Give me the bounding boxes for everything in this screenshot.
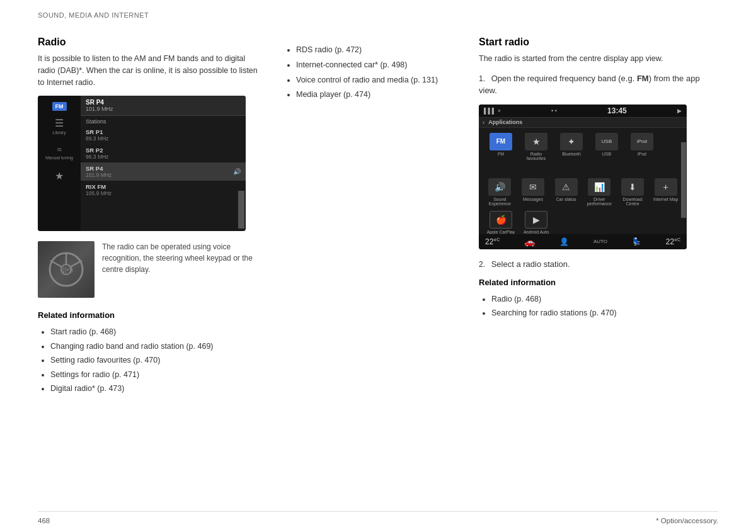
cd-sound-label: Sound Experience — [485, 197, 515, 206]
cd-driver-icon: 📊 — [588, 178, 610, 196]
start-radio-intro: The radio is started from the centre dis… — [479, 53, 718, 65]
cd-sound-icon: 🔊 — [488, 178, 511, 196]
middle-bullet-list: RDS radio (p. 472) Internet-connected ca… — [284, 43, 454, 103]
cd-icon-messages: ✉ Messages — [518, 178, 548, 206]
cd-dot: • • — [551, 108, 557, 114]
cd-person-icon: 👤 — [559, 237, 569, 246]
cd-signal: ▌▌▌ × — [484, 108, 501, 114]
cd-fm-icon: FM — [490, 133, 512, 150]
cd-map-label: Internet Map — [653, 197, 678, 201]
related-info-right-title: Related information — [479, 278, 718, 287]
cd-barcode — [681, 142, 686, 218]
rs-station-item-srp1: SR P189.3 MHz — [81, 126, 246, 144]
cd-icon-sound: 🔊 Sound Experience — [485, 178, 515, 206]
car-display-image: ▌▌▌ × • • 13:45 ▶ ‹ Applications FM FM ★… — [479, 105, 687, 249]
rs-current-station: SR P4 101.9 MHz — [81, 96, 246, 116]
cd-messages-icon: ✉ — [522, 178, 544, 196]
rs-main-panel: SR P4 101.9 MHz Stations SR P189.3 MHz S… — [81, 96, 246, 231]
cd-play-icon: ▶ — [677, 108, 682, 114]
cd-fm-label: FM — [498, 152, 504, 156]
start-radio-section: Start radio The radio is started from th… — [466, 37, 718, 396]
cd-map-icon: + — [655, 178, 677, 196]
list-item: Settings for radio (p. 471) — [50, 368, 258, 382]
cd-radio-fav-icon: ★ — [525, 133, 547, 150]
rs-station-item-srp2: SR P296.3 MHz — [81, 144, 246, 162]
fm-bold: FM — [637, 74, 649, 83]
related-info-left-title: Related information — [38, 310, 258, 320]
rs-barcode — [238, 191, 244, 229]
list-item: Internet-connected car* (p. 498) — [296, 58, 454, 73]
rs-volume-icon: 🔊 — [233, 168, 241, 175]
cd-ipod-label: iPod — [638, 152, 646, 156]
rs-tuning-icon: ≈ Manual tuning — [42, 141, 77, 164]
cd-temp-left: 22°C — [485, 237, 500, 246]
cd-top-bar: ▌▌▌ × • • 13:45 ▶ — [479, 105, 687, 118]
cd-apps-label: Applications — [488, 119, 522, 125]
cd-time: 13:45 — [607, 106, 627, 115]
cd-download-label: Download Centre — [618, 197, 648, 206]
list-item: Searching for radio stations (p. 470) — [491, 306, 718, 320]
cd-icon-driver: 📊 Driver performance — [585, 178, 614, 206]
cd-usb-label: USB — [602, 152, 611, 156]
cd-carplay-label: Apple CarPlay — [487, 230, 515, 234]
cd-carstatus-label: Car status — [556, 197, 576, 201]
cd-driver-label: Driver performance — [585, 197, 614, 206]
start-radio-title: Start radio — [479, 37, 718, 48]
cd-icon-radio-fav: ★ Radio favourites — [520, 133, 552, 161]
cd-download-icon: ⬇ — [621, 178, 644, 196]
cd-icon-row-2: 🔊 Sound Experience ✉ Messages ⚠ Car stat… — [479, 176, 687, 208]
list-item: Media player (p. 474) — [296, 88, 454, 103]
list-item: Radio (p. 468) — [491, 292, 718, 307]
cd-seat-icon-right: 💺 — [632, 237, 641, 246]
step2-text: 2. Select a radio station. — [479, 259, 718, 269]
cd-spacer — [479, 163, 687, 176]
related-list-right: Radio (p. 468) Searching for radio stati… — [479, 292, 718, 320]
cd-icon-download: ⬇ Download Centre — [618, 178, 648, 206]
step1-num: 1. — [479, 74, 485, 83]
cd-icon-fm: FM FM — [485, 133, 517, 161]
page-number: 468 — [38, 517, 50, 524]
cd-bluetooth-icon: ✦ — [560, 133, 583, 150]
cd-ipod-icon: iPod — [631, 133, 653, 150]
cd-icon-carplay: 🍎 Apple CarPlay — [485, 211, 517, 234]
cd-carstatus-icon: ⚠ — [555, 178, 578, 196]
cd-temp-right: 22°C — [666, 237, 680, 246]
cd-icon-bluetooth: ✦ Bluetooth — [556, 133, 587, 161]
list-item: Start radio (p. 468) — [50, 325, 258, 339]
breadcrumb: SOUND, MEDIA AND INTERNET — [0, 0, 756, 24]
svg-text:((•)): ((•)) — [62, 266, 73, 273]
cd-android-label: Android Auto — [524, 230, 549, 234]
rs-fav-icon: ★ — [51, 166, 67, 186]
list-item: RDS radio (p. 472) — [296, 43, 454, 58]
rs-stations-label: Stations — [81, 116, 246, 126]
list-item: Digital radio* (p. 473) — [50, 382, 258, 396]
cd-carplay-icon: 🍎 — [490, 211, 512, 229]
voice-text: The radio can be operated using voice re… — [102, 241, 258, 275]
step1-text: 1. Open the required frequency band (e.g… — [479, 72, 718, 97]
cd-messages-label: Messages — [523, 197, 543, 201]
cd-radio-fav-label: Radio favourites — [520, 152, 552, 161]
step2-num: 2. — [479, 260, 485, 269]
cd-icon-usb: USB USB — [591, 133, 622, 161]
list-item: Voice control of radio and media (p. 131… — [296, 73, 454, 88]
radio-intro: It is possible to listen to the AM and F… — [38, 53, 258, 88]
cd-icon-row-1: FM FM ★ Radio favourites ✦ Bluetooth USB… — [479, 128, 687, 163]
cd-icon-carstatus: ⚠ Car status — [551, 178, 581, 206]
radio-screen-image: FM ☰ Library ≈ Manual tuning ★ SR P4 101… — [38, 96, 246, 231]
rs-library-icon: ☰ Library — [49, 113, 69, 139]
cd-seat-icon: 🚗 — [524, 237, 535, 247]
cd-usb-icon: USB — [595, 133, 618, 150]
radio-title: Radio — [38, 37, 258, 48]
cd-icon-row-3: 🍎 Apple CarPlay ▶ Android Auto — [479, 208, 687, 237]
rs-station-item-rixfm: RIX FM105.9 MHz — [81, 181, 246, 199]
cd-auto-label: AUTO — [593, 239, 607, 244]
footnote: * Option/accessory. — [656, 517, 718, 524]
svg-line-3 — [50, 261, 62, 267]
cd-icon-ipod: iPod iPod — [626, 133, 658, 161]
radio-section: Radio It is possible to listen to the AM… — [38, 37, 277, 396]
rs-station-list: SR P189.3 MHz SR P296.3 MHz SR P4101.9 M… — [81, 126, 246, 231]
list-item: Setting radio favourites (p. 470) — [50, 353, 258, 368]
middle-bullets-section: RDS radio (p. 472) Internet-connected ca… — [277, 37, 466, 396]
list-item: Changing radio band and radio station (p… — [50, 339, 258, 354]
rs-sidebar: FM ☰ Library ≈ Manual tuning ★ — [38, 96, 81, 231]
